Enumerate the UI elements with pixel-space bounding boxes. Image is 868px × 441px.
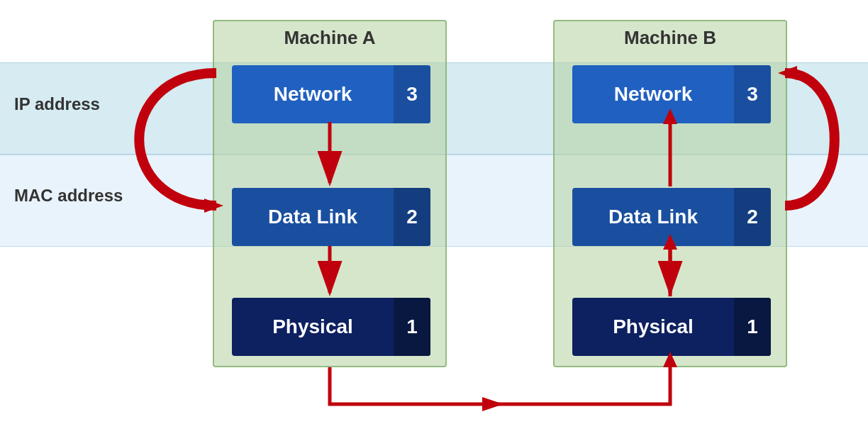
machine-b-datalink-number: 2 bbox=[734, 188, 771, 246]
arrow-bottom-line bbox=[330, 367, 670, 404]
machine-a-network-label: Network bbox=[274, 83, 352, 106]
machine-a-datalink-label: Data Link bbox=[268, 206, 357, 228]
machine-b-physical-label: Physical bbox=[613, 316, 694, 338]
machine-b-physical-layer: Physical 1 bbox=[572, 298, 771, 356]
machine-a-physical-inner: Physical bbox=[232, 316, 394, 338]
machine-a-physical-label: Physical bbox=[272, 316, 353, 338]
machine-b-datalink-layer: Data Link 2 bbox=[572, 188, 771, 246]
machine-b-network-number: 3 bbox=[734, 65, 771, 123]
machine-b-datalink-inner: Data Link bbox=[572, 206, 734, 228]
machine-b-physical-inner: Physical bbox=[572, 316, 734, 338]
machine-b-title: Machine B bbox=[555, 21, 786, 53]
machine-a-physical-number: 1 bbox=[394, 298, 430, 356]
machine-a-network-layer: Network 3 bbox=[232, 65, 430, 123]
machine-a-title: Machine A bbox=[214, 21, 445, 53]
machine-b-datalink-label: Data Link bbox=[608, 206, 698, 228]
machine-b-network-label: Network bbox=[614, 83, 692, 106]
machine-a-box: Machine A Network 3 Data Link 2 Physical… bbox=[213, 20, 447, 367]
ip-address-label: IP address bbox=[14, 94, 100, 114]
machine-a-network-number: 3 bbox=[394, 65, 430, 123]
machine-a-physical-layer: Physical 1 bbox=[232, 298, 430, 356]
diagram-container: IP address MAC address Machine A Network… bbox=[0, 0, 868, 441]
machine-a-datalink-layer: Data Link 2 bbox=[232, 188, 430, 246]
machine-b-network-layer: Network 3 bbox=[572, 65, 771, 123]
machine-a-datalink-number: 2 bbox=[394, 188, 430, 246]
machine-a-network-inner: Network bbox=[232, 83, 394, 106]
machine-b-network-inner: Network bbox=[572, 83, 734, 106]
machine-b-physical-number: 1 bbox=[734, 298, 771, 356]
mac-address-label: MAC address bbox=[14, 186, 123, 206]
machine-a-datalink-inner: Data Link bbox=[232, 206, 394, 228]
arrow-bottom-head bbox=[482, 397, 503, 411]
machine-b-box: Machine B Network 3 Data Link 2 Physical… bbox=[553, 20, 787, 367]
